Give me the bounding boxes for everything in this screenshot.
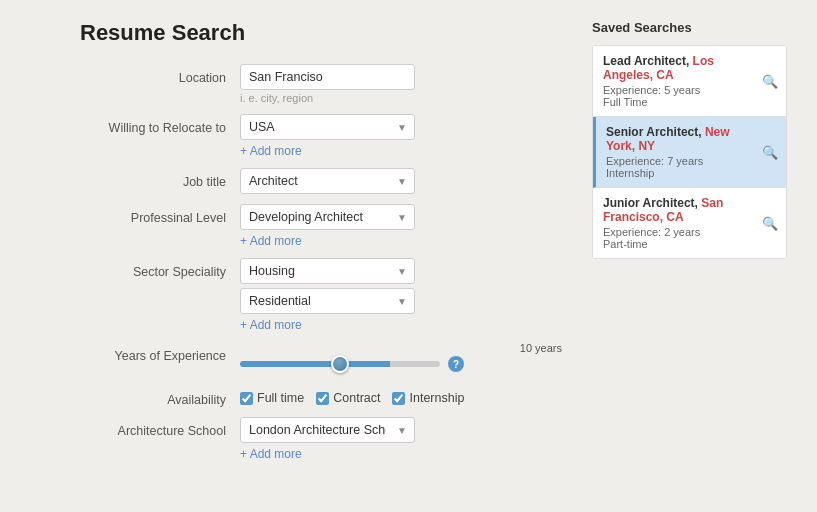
contract-label: Contract: [333, 391, 380, 405]
sector-select-wrap-1: Housing Commercial Residential ▼: [240, 258, 415, 284]
saved-item-1-title: Lead Architect, Los Angeles, CA: [603, 54, 776, 82]
internship-checkbox-item[interactable]: Internship: [392, 391, 464, 405]
job-title-wrap: Architect Senior Architect Junior Archit…: [240, 168, 562, 194]
contract-checkbox[interactable]: [316, 392, 329, 405]
years-slider[interactable]: [240, 361, 440, 367]
location-wrap: i. e. city, region: [240, 64, 562, 104]
prof-level-wrap: Developing Architect Senior Junior ▼ Add…: [240, 204, 562, 248]
sector-select-wrap-2: Residential Housing Commercial ▼: [240, 288, 415, 314]
relocate-wrap: USA UK Canada ▼ Add more: [240, 114, 562, 158]
page-title: Resume Search: [80, 20, 562, 46]
location-row: Location i. e. city, region: [80, 64, 562, 104]
years-slider-row: ?: [240, 356, 562, 372]
prof-level-row: Professinal Level Developing Architect S…: [80, 204, 562, 248]
sector-multi-wrap: Housing Commercial Residential ▼ Residen…: [240, 258, 562, 314]
saved-item-2-type: Internship: [606, 167, 776, 179]
location-label: Location: [80, 64, 240, 85]
years-label: Years of Experience: [80, 342, 240, 363]
sector-row: Sector Speciality Housing Commercial Res…: [80, 258, 562, 332]
saved-item-1-location: Los Angeles, CA: [603, 54, 714, 82]
prof-level-select[interactable]: Developing Architect Senior Junior: [240, 204, 415, 230]
school-add-more[interactable]: Add more: [240, 447, 302, 461]
school-row: Architecture School London Architecture …: [80, 417, 562, 461]
fulltime-checkbox[interactable]: [240, 392, 253, 405]
saved-item-1[interactable]: Lead Architect, Los Angeles, CA Experien…: [593, 46, 786, 117]
job-title-row: Job title Architect Senior Architect Jun…: [80, 168, 562, 194]
saved-item-2[interactable]: Senior Architect, New York, NY Experienc…: [593, 117, 786, 188]
availability-row: Availability Full time Contract Internsh…: [80, 386, 562, 407]
sector-add-more[interactable]: Add more: [240, 318, 302, 332]
saved-item-3-title: Junior Architect, San Francisco, CA: [603, 196, 776, 224]
prof-level-add-more[interactable]: Add more: [240, 234, 302, 248]
relocate-row: Willing to Relocate to USA UK Canada ▼ A…: [80, 114, 562, 158]
fulltime-label: Full time: [257, 391, 304, 405]
prof-level-select-wrap: Developing Architect Senior Junior ▼: [240, 204, 415, 230]
years-row: Years of Experience 10 years ?: [80, 342, 562, 376]
sector-wrap: Housing Commercial Residential ▼ Residen…: [240, 258, 562, 332]
saved-item-1-type: Full Time: [603, 96, 776, 108]
saved-item-2-search-icon[interactable]: 🔍: [762, 145, 778, 160]
saved-item-2-title: Senior Architect, New York, NY: [606, 125, 776, 153]
fulltime-checkbox-item[interactable]: Full time: [240, 391, 304, 405]
school-wrap: London Architecture School London School…: [240, 417, 562, 461]
school-label: Architecture School: [80, 417, 240, 438]
checkbox-group: Full time Contract Internship: [240, 386, 562, 405]
job-title-select-wrap: Architect Senior Architect Junior Archit…: [240, 168, 415, 194]
page-container: Resume Search Location i. e. city, regio…: [0, 0, 817, 512]
location-input[interactable]: [240, 64, 415, 90]
saved-item-3[interactable]: Junior Architect, San Francisco, CA Expe…: [593, 188, 786, 258]
relocate-select-wrap: USA UK Canada ▼: [240, 114, 415, 140]
sector-select-2[interactable]: Residential Housing Commercial: [240, 288, 415, 314]
sector-select-1[interactable]: Housing Commercial Residential: [240, 258, 415, 284]
school-select[interactable]: London Architecture School London School…: [240, 417, 415, 443]
saved-item-3-type: Part-time: [603, 238, 776, 250]
saved-searches-title: Saved Searches: [592, 20, 787, 35]
saved-item-3-location: San Francisco, CA: [603, 196, 723, 224]
location-hint: i. e. city, region: [240, 92, 562, 104]
help-icon[interactable]: ?: [448, 356, 464, 372]
saved-searches-list: Lead Architect, Los Angeles, CA Experien…: [592, 45, 787, 259]
saved-item-1-exp: Experience: 5 years: [603, 84, 776, 96]
saved-item-2-exp: Experience: 7 years: [606, 155, 776, 167]
job-title-select[interactable]: Architect Senior Architect Junior Archit…: [240, 168, 415, 194]
saved-item-1-search-icon[interactable]: 🔍: [762, 74, 778, 89]
years-wrap: 10 years ?: [240, 342, 562, 376]
sector-label: Sector Speciality: [80, 258, 240, 279]
relocate-add-more[interactable]: Add more: [240, 144, 302, 158]
right-panel: Saved Searches Lead Architect, Los Angel…: [592, 20, 787, 492]
saved-item-3-search-icon[interactable]: 🔍: [762, 216, 778, 231]
prof-level-label: Professinal Level: [80, 204, 240, 225]
relocate-label: Willing to Relocate to: [80, 114, 240, 135]
job-title-label: Job title: [80, 168, 240, 189]
contract-checkbox-item[interactable]: Contract: [316, 391, 380, 405]
internship-checkbox[interactable]: [392, 392, 405, 405]
saved-item-2-location: New York, NY: [606, 125, 730, 153]
availability-label: Availability: [80, 386, 240, 407]
relocate-select[interactable]: USA UK Canada: [240, 114, 415, 140]
internship-label: Internship: [409, 391, 464, 405]
school-select-wrap: London Architecture School London School…: [240, 417, 415, 443]
years-value-label: 10 years: [240, 342, 562, 354]
left-panel: Resume Search Location i. e. city, regio…: [80, 20, 562, 492]
availability-wrap: Full time Contract Internship: [240, 386, 562, 405]
saved-item-3-exp: Experience: 2 years: [603, 226, 776, 238]
